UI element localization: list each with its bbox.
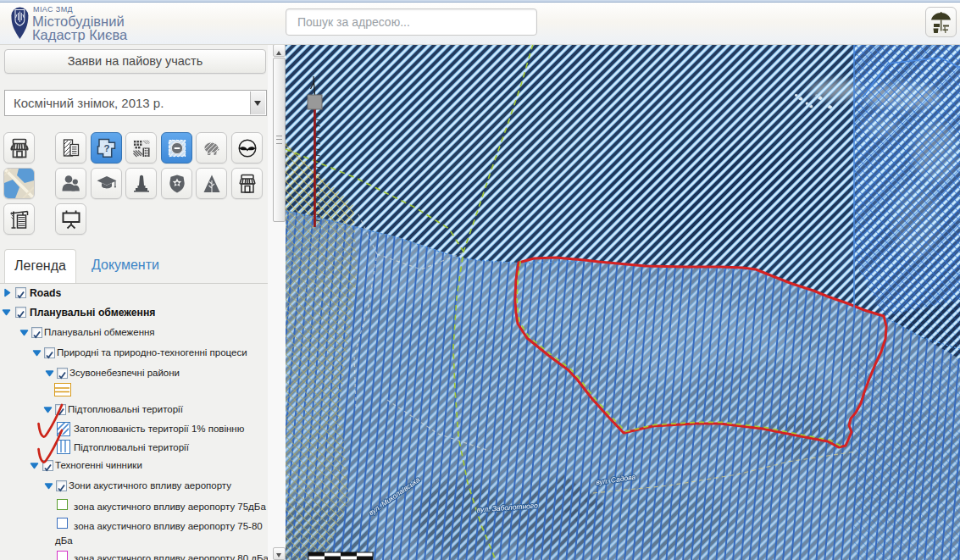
svg-text:?: ? — [103, 143, 109, 153]
